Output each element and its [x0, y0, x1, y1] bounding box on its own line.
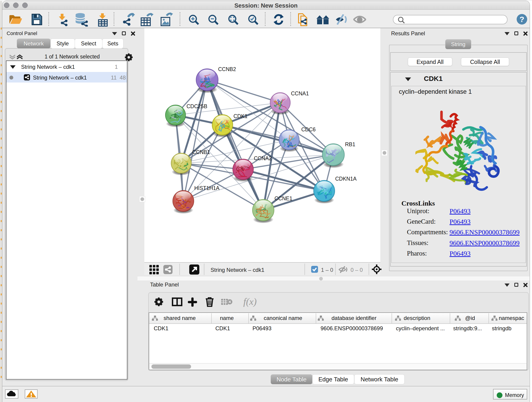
svg-text:RB1: RB1 [345, 141, 355, 147]
svg-text:CDK1: CDK1 [234, 113, 247, 119]
svg-text:HIST1H1A: HIST1H1A [194, 185, 220, 191]
svg-text:CDKN1A: CDKN1A [335, 176, 357, 182]
svg-text:CDC25B: CDC25B [186, 103, 207, 109]
svg-text:CCNB1: CCNB1 [192, 149, 210, 155]
svg-text:CCNA1: CCNA1 [291, 90, 309, 96]
svg-text:CCNE1: CCNE1 [274, 196, 292, 201]
svg-text:CDC6: CDC6 [301, 127, 316, 133]
svg-text:CCNB2: CCNB2 [218, 66, 236, 72]
svg-text:CCNA2: CCNA2 [254, 155, 272, 161]
